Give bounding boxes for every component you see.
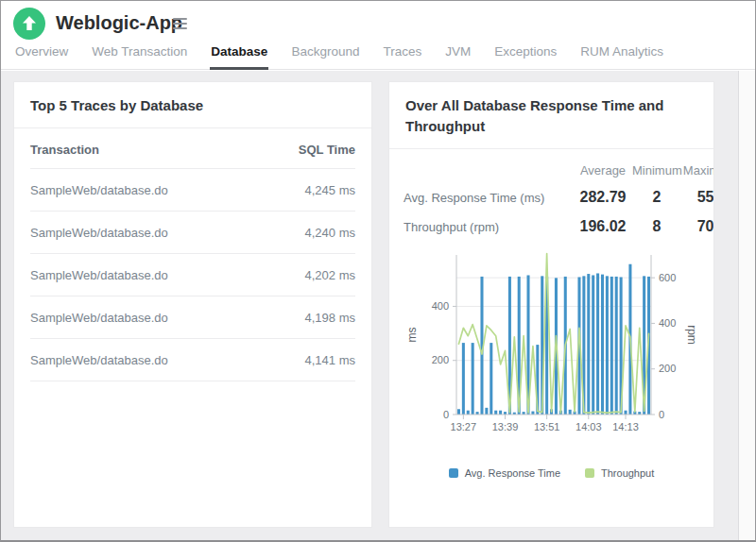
response-time-bar — [610, 277, 613, 415]
tab-web-transaction[interactable]: Web Transaction — [91, 44, 188, 70]
axis-tick-label: 200 — [432, 354, 449, 365]
axis-tick-label: 200 — [659, 363, 676, 374]
legend-label: Throughput — [601, 467, 654, 479]
chart-legend: Avg. Response TimeThroughput — [389, 467, 713, 479]
up-arrow-icon — [13, 8, 45, 40]
tab-database[interactable]: Database — [210, 44, 268, 70]
legend-item-throughput[interactable]: Throughput — [585, 467, 654, 479]
legend-item-avg-response-time[interactable]: Avg. Response Time — [449, 467, 560, 479]
transaction-name[interactable]: SampleWeb/database.do — [30, 168, 260, 211]
stats-row: Avg. Response Time (ms)282.792556 — [389, 183, 714, 213]
response-time-bar — [467, 411, 470, 415]
stats-label: Throughput (rpm) — [389, 212, 574, 243]
tab-exceptions[interactable]: Exceptions — [493, 44, 558, 70]
response-time-bar — [462, 343, 465, 415]
response-time-bar — [592, 275, 594, 415]
response-time-bar — [601, 275, 604, 415]
tab-overview[interactable]: Overview — [14, 44, 69, 70]
sql-time-value: 4,202 ms — [260, 253, 355, 296]
axis-tick-label: 0 — [659, 409, 664, 420]
table-row[interactable]: SampleWeb/database.do4,198 ms — [30, 296, 355, 338]
panel-title-top-traces: Top 5 Traces by Database — [14, 82, 371, 128]
stats-header-empty — [389, 161, 574, 183]
response-time-bar — [490, 343, 492, 415]
app-window: Weblogic-App OverviewWeb TransactionData… — [0, 0, 756, 542]
tab-jvm[interactable]: JVM — [444, 44, 472, 70]
table-row[interactable]: SampleWeb/database.do4,202 ms — [30, 253, 355, 296]
sql-time-value: 4,141 ms — [260, 338, 355, 381]
stats-header-minimum: Minimum — [632, 161, 681, 183]
legend-label: Avg. Response Time — [465, 467, 560, 479]
response-time-bar — [499, 411, 502, 415]
response-time-bar — [587, 274, 590, 415]
column-header-transaction: Transaction — [30, 128, 260, 169]
page-title: Weblogic-App — [56, 12, 182, 34]
vertical-scrollbar[interactable] — [738, 71, 755, 540]
axis-tick-label: 0 — [443, 409, 449, 420]
transaction-name[interactable]: SampleWeb/database.do — [30, 253, 260, 296]
axis-tick-label: 400 — [659, 317, 676, 329]
top-traces-panel: Top 5 Traces by Database Transaction SQL… — [13, 81, 372, 528]
response-time-bar — [485, 408, 488, 415]
response-throughput-chart: 0200400020040060013:2713:3913:5114:0314:… — [395, 245, 712, 441]
sql-time-value: 4,245 ms — [260, 168, 355, 211]
response-time-bar — [625, 411, 627, 415]
response-time-bar — [457, 409, 460, 415]
y-axis-title-ms: ms — [405, 328, 419, 343]
stats-label: Avg. Response Time (ms) — [389, 183, 574, 213]
traces-table: Transaction SQL Time SampleWeb/database.… — [30, 128, 355, 381]
db-stats-table: Average Minimum Maximum Avg. Response Ti… — [389, 161, 714, 243]
response-time-bar — [494, 411, 497, 415]
stats-minimum: 2 — [632, 183, 681, 213]
stats-maximum: 706 — [681, 212, 714, 243]
axis-tick-label: 14:03 — [576, 421, 602, 432]
legend-swatch — [585, 468, 594, 478]
axis-tick-label: 13:51 — [534, 421, 560, 432]
overall-db-panel: Over All Database Response Time and Thro… — [388, 81, 714, 528]
axis-tick-label: 13:27 — [451, 421, 477, 432]
sql-time-value: 4,198 ms — [260, 296, 355, 338]
tab-traces[interactable]: Traces — [382, 44, 422, 70]
stats-row: Throughput (rpm)196.028706 — [389, 212, 714, 243]
response-time-bar — [531, 412, 534, 415]
response-time-bar — [569, 410, 572, 415]
transaction-name[interactable]: SampleWeb/database.do — [30, 211, 260, 253]
axis-tick-label: 400 — [432, 300, 449, 312]
stats-average: 196.02 — [574, 212, 632, 243]
column-header-sql-time: SQL Time — [260, 128, 355, 169]
stats-maximum: 556 — [681, 183, 714, 213]
stats-minimum: 8 — [632, 212, 681, 243]
transaction-name[interactable]: SampleWeb/database.do — [30, 338, 260, 381]
tab-background[interactable]: Background — [290, 44, 360, 70]
app-header: Weblogic-App OverviewWeb TransactionData… — [1, 1, 755, 70]
app-status-icon — [13, 8, 45, 40]
hamburger-menu-icon[interactable] — [173, 18, 187, 29]
y2-axis-title-rpm: rpm — [685, 325, 698, 345]
response-time-bar — [615, 277, 618, 415]
stats-header-average: Average — [574, 161, 632, 183]
tab-bar: OverviewWeb TransactionDatabaseBackgroun… — [14, 44, 664, 70]
table-row[interactable]: SampleWeb/database.do4,240 ms — [30, 211, 355, 253]
axis-tick-label: 600 — [659, 272, 676, 283]
panel-title-overall-db: Over All Database Response Time and Thro… — [389, 82, 713, 149]
stats-average: 282.79 — [574, 183, 632, 213]
response-time-bar — [596, 273, 599, 415]
stats-header-maximum: Maximum — [681, 161, 714, 183]
response-time-bar — [606, 276, 609, 415]
axis-tick-label: 13:39 — [492, 421, 519, 432]
legend-swatch — [449, 468, 458, 478]
sql-time-value: 4,240 ms — [260, 211, 355, 253]
axis-tick-label: 14:13 — [612, 421, 639, 432]
transaction-name[interactable]: SampleWeb/database.do — [30, 296, 260, 338]
chart-canvas: 0200400020040060013:2713:3913:5114:0314:… — [395, 245, 712, 441]
tab-rum-analytics[interactable]: RUM Analytics — [579, 44, 664, 70]
table-row[interactable]: SampleWeb/database.do4,141 ms — [30, 338, 355, 381]
response-time-bar — [472, 343, 474, 415]
table-row[interactable]: SampleWeb/database.do4,245 ms — [30, 168, 355, 211]
